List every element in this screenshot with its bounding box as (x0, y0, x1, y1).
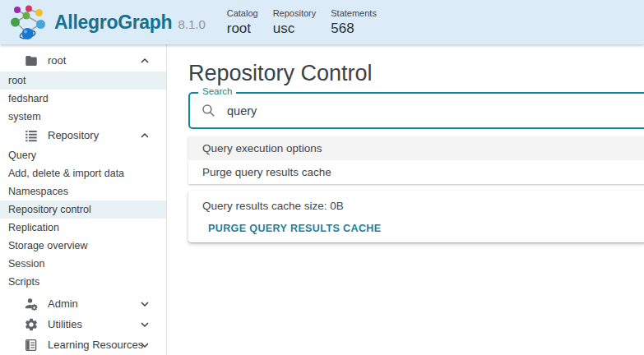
sidebar-item-fedshard[interactable]: fedshard (0, 90, 166, 108)
list-icon (24, 128, 39, 143)
stat-statements: Statements 568 (331, 8, 377, 37)
sidebar-section-utilities[interactable]: Utilities (0, 315, 166, 335)
stat-value: root (227, 21, 258, 37)
sidebar-section-label: Utilities (48, 318, 82, 330)
sidebar-item-system[interactable]: system (0, 108, 166, 126)
search-icon (201, 103, 216, 118)
stat-value: 568 (331, 21, 377, 37)
sidebar-section-root[interactable]: root (0, 51, 166, 71)
search-field-label: Search (198, 87, 236, 97)
sidebar-item-scripts[interactable]: Scripts (0, 273, 166, 291)
version-label: 8.1.0 (178, 17, 205, 31)
sidebar-item-query[interactable]: Query (0, 146, 166, 164)
purge-cache-button[interactable]: PURGE QUERY RESULTS CACHE (208, 220, 388, 237)
list-item-purge-query-results-cache[interactable]: Purge query results cache (188, 160, 644, 184)
gear-icon (24, 317, 39, 332)
sidebar-section-label: Learning Resources (48, 339, 143, 351)
book-icon (24, 338, 39, 353)
sidebar-section-repository[interactable]: Repository (0, 126, 166, 146)
search-field[interactable]: Search (188, 92, 644, 129)
sidebar-section-label: Repository (48, 129, 99, 141)
sidebar-item-root[interactable]: root (0, 71, 166, 90)
stat-label: Catalog (227, 8, 258, 18)
brand-title: AllegroGraph (54, 12, 172, 34)
sidebar-section-label: Admin (48, 297, 78, 310)
folder-icon (24, 53, 39, 68)
stat-label: Repository (273, 8, 317, 18)
main-content: Repository Control Search Query executio… (168, 44, 644, 355)
chevron-down-icon (138, 318, 151, 331)
search-results-list: Query execution options Purge query resu… (188, 136, 644, 184)
sidebar-section-learning-resources[interactable]: Learning Resources (0, 335, 166, 355)
sidebar-item-session[interactable]: Session (0, 255, 166, 273)
cache-size-text: Query results cache size: 0B (202, 199, 644, 214)
stat-value: usc (273, 21, 317, 37)
admin-icon (24, 297, 39, 311)
stat-catalog: Catalog root (227, 8, 258, 37)
header-stats: Catalog root Repository usc Statements 5… (227, 8, 391, 37)
chevron-up-icon (138, 129, 151, 142)
list-item-query-execution-options[interactable]: Query execution options (188, 136, 644, 160)
page-title: Repository Control (188, 61, 644, 85)
sidebar-item-storage-overview[interactable]: Storage overview (0, 237, 166, 255)
sidebar-section-label: root (48, 54, 66, 67)
chevron-up-icon (138, 54, 151, 67)
search-input[interactable] (227, 104, 644, 118)
sidebar-section-admin[interactable]: Admin (0, 294, 166, 315)
chevron-down-icon (138, 339, 151, 352)
sidebar-item-namespaces[interactable]: Namespaces (0, 182, 166, 201)
sidebar-item-add-delete-import[interactable]: Add, delete & import data (0, 164, 166, 182)
sidebar-item-replication[interactable]: Replication (0, 219, 166, 237)
sidebar: root root fedshard system Repository Que… (0, 44, 167, 355)
stat-repository: Repository usc (273, 8, 317, 37)
stat-label: Statements (331, 8, 377, 18)
allegrograph-logo-icon (7, 4, 49, 42)
app-header: AllegroGraph 8.1.0 Catalog root Reposito… (0, 0, 644, 44)
sidebar-item-repository-control[interactable]: Repository control (0, 201, 166, 219)
chevron-down-icon (138, 297, 151, 311)
cache-card: Query results cache size: 0B PURGE QUERY… (188, 191, 644, 242)
